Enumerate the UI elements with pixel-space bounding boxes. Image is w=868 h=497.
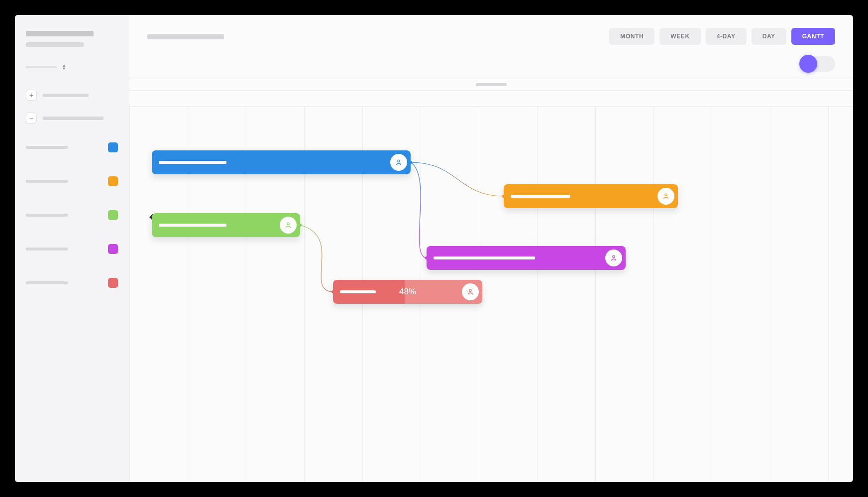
assignee-avatar[interactable] bbox=[605, 249, 622, 266]
expand-icon[interactable]: + bbox=[26, 90, 37, 101]
main-panel: MONTH WEEK 4-DAY DAY GANTT bbox=[129, 15, 853, 482]
collapse-icon[interactable]: − bbox=[26, 113, 37, 124]
sidebar-task-blue[interactable] bbox=[26, 142, 118, 152]
svg-point-6 bbox=[665, 194, 667, 196]
svg-point-8 bbox=[613, 255, 615, 257]
sidebar-group-1[interactable]: + bbox=[26, 90, 118, 101]
assignee-avatar[interactable] bbox=[390, 154, 407, 171]
sort-icon: ▲▼ bbox=[62, 64, 66, 71]
timeline-subheader bbox=[129, 91, 853, 107]
person-icon bbox=[466, 288, 474, 296]
person-icon bbox=[284, 221, 292, 229]
sidebar-selector[interactable]: ▲▼ bbox=[26, 64, 118, 71]
person-icon bbox=[610, 254, 618, 262]
toggle-knob bbox=[799, 55, 817, 73]
progress-label: 48% bbox=[399, 287, 416, 297]
gantt-bar-purple[interactable] bbox=[427, 246, 626, 270]
tab-month[interactable]: MONTH bbox=[609, 28, 654, 45]
color-swatch-blue bbox=[108, 142, 118, 152]
gantt-bar-red[interactable]: 48% bbox=[333, 280, 482, 304]
tab-day[interactable]: DAY bbox=[752, 28, 786, 45]
timeline-header bbox=[129, 79, 853, 91]
sidebar-group-2[interactable]: − bbox=[26, 113, 118, 124]
assignee-avatar[interactable] bbox=[657, 188, 674, 205]
sidebar-task-red[interactable] bbox=[26, 278, 118, 288]
assignee-avatar[interactable] bbox=[462, 283, 479, 300]
app-window: ▲▼ + − bbox=[15, 15, 853, 482]
person-icon bbox=[662, 192, 670, 200]
color-swatch-orange bbox=[108, 176, 118, 186]
sidebar-task-orange[interactable] bbox=[26, 176, 118, 186]
sidebar: ▲▼ + − bbox=[15, 15, 129, 482]
assignee-avatar[interactable] bbox=[280, 217, 297, 234]
tab-gantt[interactable]: GANTT bbox=[791, 28, 835, 45]
toggle-row bbox=[129, 54, 853, 79]
gantt-grid[interactable]: ✥ 48% bbox=[129, 107, 853, 482]
gantt-bar-green[interactable] bbox=[152, 213, 300, 237]
svg-point-7 bbox=[287, 223, 289, 225]
color-swatch-red bbox=[108, 278, 118, 288]
color-swatch-green bbox=[108, 210, 118, 220]
sidebar-subtitle bbox=[26, 42, 84, 47]
page-title bbox=[147, 34, 224, 39]
sidebar-task-green[interactable] bbox=[26, 210, 118, 220]
view-toggle[interactable] bbox=[800, 56, 835, 72]
sidebar-title bbox=[26, 31, 94, 36]
gantt-bar-orange[interactable] bbox=[504, 184, 678, 208]
tab-4day[interactable]: 4-DAY bbox=[706, 28, 747, 45]
person-icon bbox=[395, 158, 403, 166]
svg-point-5 bbox=[398, 160, 400, 162]
gantt-bar-blue[interactable] bbox=[152, 150, 411, 174]
topbar: MONTH WEEK 4-DAY DAY GANTT bbox=[129, 15, 853, 54]
svg-point-9 bbox=[469, 289, 471, 291]
sidebar-task-purple[interactable] bbox=[26, 244, 118, 254]
tab-week[interactable]: WEEK bbox=[659, 28, 700, 45]
view-switcher: MONTH WEEK 4-DAY DAY GANTT bbox=[609, 28, 835, 45]
color-swatch-purple bbox=[108, 244, 118, 254]
